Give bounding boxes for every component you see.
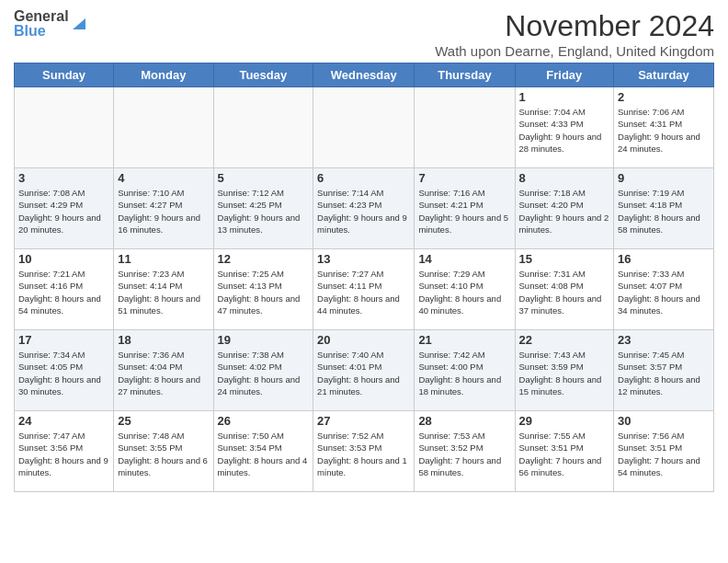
logo-general: General (14, 9, 69, 24)
day-number: 23 (618, 333, 710, 347)
day-info: Sunrise: 7:38 AM Sunset: 4:02 PM Dayligh… (218, 349, 310, 397)
day-number: 19 (218, 333, 310, 347)
day-info: Sunrise: 7:08 AM Sunset: 4:29 PM Dayligh… (18, 187, 109, 236)
logo: General Blue (14, 9, 85, 39)
day-info: Sunrise: 7:55 AM Sunset: 3:51 PM Dayligh… (519, 430, 610, 478)
page-container: General Blue November 2024 Wath upon Dea… (0, 0, 728, 501)
calendar-day-header: Thursday (415, 63, 515, 87)
calendar-day-cell (114, 87, 213, 168)
day-number: 17 (18, 333, 109, 347)
calendar-day-cell: 5Sunrise: 7:12 AM Sunset: 4:25 PM Daylig… (213, 168, 313, 249)
calendar-week-row: 17Sunrise: 7:34 AM Sunset: 4:05 PM Dayli… (15, 330, 714, 411)
calendar-day-cell: 13Sunrise: 7:27 AM Sunset: 4:11 PM Dayli… (313, 249, 415, 330)
svg-marker-0 (73, 18, 85, 29)
calendar-day-cell (313, 87, 415, 168)
page-header: General Blue November 2024 Wath upon Dea… (14, 9, 714, 59)
day-info: Sunrise: 7:43 AM Sunset: 3:59 PM Dayligh… (519, 349, 610, 397)
day-number: 13 (317, 252, 410, 266)
logo-text: General Blue (14, 9, 69, 39)
calendar-day-header: Monday (114, 63, 213, 87)
calendar-day-cell: 11Sunrise: 7:23 AM Sunset: 4:14 PM Dayli… (114, 249, 213, 330)
day-info: Sunrise: 7:29 AM Sunset: 4:10 PM Dayligh… (418, 268, 510, 316)
calendar-day-header: Friday (515, 63, 614, 87)
calendar-day-cell (415, 87, 515, 168)
calendar-week-row: 3Sunrise: 7:08 AM Sunset: 4:29 PM Daylig… (15, 168, 714, 249)
calendar-day-cell: 6Sunrise: 7:14 AM Sunset: 4:23 PM Daylig… (313, 168, 415, 249)
day-info: Sunrise: 7:33 AM Sunset: 4:07 PM Dayligh… (618, 268, 710, 316)
day-info: Sunrise: 7:52 AM Sunset: 3:53 PM Dayligh… (317, 430, 410, 478)
day-number: 9 (618, 171, 710, 185)
day-info: Sunrise: 7:48 AM Sunset: 3:55 PM Dayligh… (118, 430, 209, 478)
calendar-day-cell (15, 87, 114, 168)
day-info: Sunrise: 7:50 AM Sunset: 3:54 PM Dayligh… (218, 430, 310, 478)
calendar-day-cell: 24Sunrise: 7:47 AM Sunset: 3:56 PM Dayli… (15, 411, 114, 492)
day-info: Sunrise: 7:42 AM Sunset: 4:00 PM Dayligh… (418, 349, 510, 397)
calendar-day-cell: 12Sunrise: 7:25 AM Sunset: 4:13 PM Dayli… (213, 249, 313, 330)
calendar-day-cell: 1Sunrise: 7:04 AM Sunset: 4:33 PM Daylig… (515, 87, 614, 168)
logo-triangle-icon (71, 13, 85, 35)
day-info: Sunrise: 7:53 AM Sunset: 3:52 PM Dayligh… (418, 430, 510, 478)
calendar-day-cell: 21Sunrise: 7:42 AM Sunset: 4:00 PM Dayli… (415, 330, 515, 411)
day-info: Sunrise: 7:31 AM Sunset: 4:08 PM Dayligh… (519, 268, 610, 316)
calendar-day-cell: 16Sunrise: 7:33 AM Sunset: 4:07 PM Dayli… (614, 249, 714, 330)
calendar-day-cell: 9Sunrise: 7:19 AM Sunset: 4:18 PM Daylig… (614, 168, 714, 249)
calendar-day-cell: 28Sunrise: 7:53 AM Sunset: 3:52 PM Dayli… (415, 411, 515, 492)
location: Wath upon Dearne, England, United Kingdo… (435, 43, 714, 59)
day-number: 5 (218, 171, 310, 185)
day-info: Sunrise: 7:56 AM Sunset: 3:51 PM Dayligh… (618, 430, 710, 478)
calendar-day-header: Saturday (614, 63, 714, 87)
day-number: 29 (519, 414, 610, 428)
day-info: Sunrise: 7:10 AM Sunset: 4:27 PM Dayligh… (118, 187, 209, 236)
day-number: 30 (618, 414, 710, 428)
day-number: 16 (618, 252, 710, 266)
day-number: 28 (418, 414, 510, 428)
day-info: Sunrise: 7:16 AM Sunset: 4:21 PM Dayligh… (418, 187, 510, 236)
day-info: Sunrise: 7:06 AM Sunset: 4:31 PM Dayligh… (618, 106, 710, 155)
day-number: 3 (18, 171, 109, 185)
day-number: 11 (118, 252, 209, 266)
day-number: 4 (118, 171, 209, 185)
day-number: 21 (418, 333, 510, 347)
title-section: November 2024 Wath upon Dearne, England,… (435, 9, 714, 59)
calendar-day-cell: 15Sunrise: 7:31 AM Sunset: 4:08 PM Dayli… (515, 249, 614, 330)
calendar-day-cell: 18Sunrise: 7:36 AM Sunset: 4:04 PM Dayli… (114, 330, 213, 411)
calendar-week-row: 24Sunrise: 7:47 AM Sunset: 3:56 PM Dayli… (15, 411, 714, 492)
calendar-day-cell: 2Sunrise: 7:06 AM Sunset: 4:31 PM Daylig… (614, 87, 714, 168)
calendar-day-cell: 10Sunrise: 7:21 AM Sunset: 4:16 PM Dayli… (15, 249, 114, 330)
calendar-day-cell: 27Sunrise: 7:52 AM Sunset: 3:53 PM Dayli… (313, 411, 415, 492)
day-info: Sunrise: 7:36 AM Sunset: 4:04 PM Dayligh… (118, 349, 209, 397)
calendar-day-cell: 19Sunrise: 7:38 AM Sunset: 4:02 PM Dayli… (213, 330, 313, 411)
calendar-day-cell: 26Sunrise: 7:50 AM Sunset: 3:54 PM Dayli… (213, 411, 313, 492)
calendar-day-cell: 22Sunrise: 7:43 AM Sunset: 3:59 PM Dayli… (515, 330, 614, 411)
calendar-table: SundayMondayTuesdayWednesdayThursdayFrid… (14, 63, 714, 492)
calendar-header-row: SundayMondayTuesdayWednesdayThursdayFrid… (15, 63, 714, 87)
calendar-day-cell (213, 87, 313, 168)
calendar-day-cell: 7Sunrise: 7:16 AM Sunset: 4:21 PM Daylig… (415, 168, 515, 249)
day-number: 18 (118, 333, 209, 347)
calendar-week-row: 10Sunrise: 7:21 AM Sunset: 4:16 PM Dayli… (15, 249, 714, 330)
day-info: Sunrise: 7:18 AM Sunset: 4:20 PM Dayligh… (519, 187, 610, 236)
day-number: 10 (18, 252, 109, 266)
day-number: 24 (18, 414, 109, 428)
day-info: Sunrise: 7:25 AM Sunset: 4:13 PM Dayligh… (218, 268, 310, 316)
day-info: Sunrise: 7:34 AM Sunset: 4:05 PM Dayligh… (18, 349, 109, 397)
day-info: Sunrise: 7:21 AM Sunset: 4:16 PM Dayligh… (18, 268, 109, 316)
day-number: 12 (218, 252, 310, 266)
day-number: 26 (218, 414, 310, 428)
calendar-day-cell: 20Sunrise: 7:40 AM Sunset: 4:01 PM Dayli… (313, 330, 415, 411)
calendar-day-header: Tuesday (213, 63, 313, 87)
calendar-day-cell: 3Sunrise: 7:08 AM Sunset: 4:29 PM Daylig… (15, 168, 114, 249)
day-info: Sunrise: 7:12 AM Sunset: 4:25 PM Dayligh… (218, 187, 310, 236)
day-info: Sunrise: 7:04 AM Sunset: 4:33 PM Dayligh… (519, 106, 610, 155)
calendar-day-header: Wednesday (313, 63, 415, 87)
day-info: Sunrise: 7:27 AM Sunset: 4:11 PM Dayligh… (317, 268, 410, 316)
day-number: 15 (519, 252, 610, 266)
calendar-day-cell: 29Sunrise: 7:55 AM Sunset: 3:51 PM Dayli… (515, 411, 614, 492)
day-info: Sunrise: 7:23 AM Sunset: 4:14 PM Dayligh… (118, 268, 209, 316)
day-number: 8 (519, 171, 610, 185)
logo-blue: Blue (14, 24, 69, 39)
calendar-day-cell: 17Sunrise: 7:34 AM Sunset: 4:05 PM Dayli… (15, 330, 114, 411)
day-number: 27 (317, 414, 410, 428)
day-info: Sunrise: 7:14 AM Sunset: 4:23 PM Dayligh… (317, 187, 410, 236)
day-number: 20 (317, 333, 410, 347)
